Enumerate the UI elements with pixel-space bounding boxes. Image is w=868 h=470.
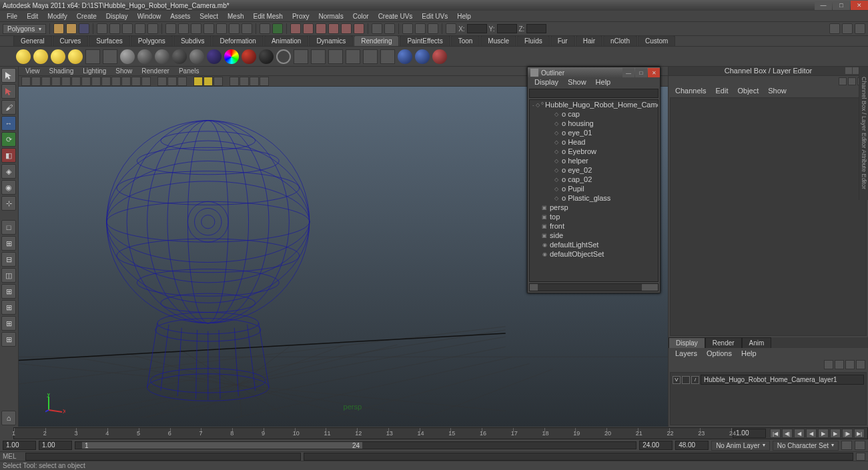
layer-color[interactable]: / xyxy=(691,376,699,384)
shelf-tab-hair[interactable]: Hair xyxy=(576,35,602,46)
menu-window[interactable]: Window xyxy=(133,12,165,21)
scroll-right-arrow-2[interactable] xyxy=(650,284,658,291)
layout-three[interactable]: ⊞ xyxy=(1,284,16,299)
render-1-icon[interactable] xyxy=(294,49,308,64)
shader-ramp-icon[interactable] xyxy=(189,49,204,64)
outliner-item[interactable]: ▣side xyxy=(530,231,658,240)
render-5-icon[interactable] xyxy=(363,49,378,64)
select-hier-icon[interactable] xyxy=(122,23,133,34)
render-view-icon[interactable] xyxy=(328,23,339,34)
next-key-button[interactable]: ▶ xyxy=(830,429,841,438)
close-button[interactable]: ✕ xyxy=(851,1,868,10)
shader-layered-icon[interactable] xyxy=(207,49,222,64)
shader-red-icon[interactable] xyxy=(242,49,256,64)
vp-menu-lighting[interactable]: Lighting xyxy=(79,67,110,75)
channel-menu-show[interactable]: Show xyxy=(764,87,791,96)
light-point-icon[interactable] xyxy=(16,49,31,64)
shelf-tab-dynamics[interactable]: Dynamics xyxy=(309,35,353,46)
vp-icon-10[interactable] xyxy=(111,77,121,86)
rewind-start-button[interactable]: |◀ xyxy=(770,429,781,438)
menu-display[interactable]: Display xyxy=(102,12,132,21)
snap-point-icon[interactable] xyxy=(191,23,201,34)
vp-icon-16[interactable] xyxy=(177,77,187,86)
vp-icon-18[interactable] xyxy=(203,77,213,86)
outliner-menu-display[interactable]: Display xyxy=(530,78,562,87)
outliner-hscroll[interactable] xyxy=(529,283,659,291)
set-icon[interactable] xyxy=(372,23,382,34)
vp-icon-4[interactable] xyxy=(51,77,61,86)
range-start-box[interactable]: 1.00 xyxy=(39,441,72,450)
select-obj-icon[interactable] xyxy=(135,23,145,34)
render-3-icon[interactable] xyxy=(328,49,343,64)
chn-hdr-icon-1[interactable] xyxy=(845,67,852,74)
vp-icon-6[interactable] xyxy=(71,77,81,86)
select-tool[interactable] xyxy=(1,68,16,83)
vp-menu-show[interactable]: Show xyxy=(111,67,136,75)
scroll-left-arrow[interactable] xyxy=(530,284,538,291)
layer-tab-anim[interactable]: Anim xyxy=(742,337,772,348)
layout-two-v[interactable]: ◫ xyxy=(1,268,16,283)
menu-edit[interactable]: Edit xyxy=(23,12,42,21)
start-time-box[interactable]: 1.00 xyxy=(3,441,36,450)
vp-icon-8[interactable] xyxy=(91,77,101,86)
y-input[interactable] xyxy=(497,24,517,33)
outliner-menu-help[interactable]: Help xyxy=(592,78,615,87)
fwd-end-button[interactable]: ▶| xyxy=(854,429,865,438)
outliner-item[interactable]: ◇o cap_02 xyxy=(530,175,658,184)
menu-edit-mesh[interactable]: Edit Mesh xyxy=(249,12,286,21)
outliner-item[interactable]: ▣front xyxy=(530,221,658,231)
outliner-item[interactable]: ◇o eye_02 xyxy=(530,165,658,175)
shelf-tab-muscle[interactable]: Muscle xyxy=(480,35,516,46)
shader-blinn-icon[interactable] xyxy=(137,49,152,64)
layer-tab-render[interactable]: Render xyxy=(705,337,742,348)
soft-tool[interactable]: ◉ xyxy=(1,180,16,195)
step-fwd-button[interactable]: |▶ xyxy=(842,429,853,438)
outliner-item[interactable]: ◇o Eyebrow xyxy=(530,147,658,156)
vp-icon-1[interactable] xyxy=(21,77,31,86)
vp-menu-renderer[interactable]: Renderer xyxy=(137,67,173,75)
shader-lambert-icon[interactable] xyxy=(120,49,135,64)
shelf-tab-rendering[interactable]: Rendering xyxy=(354,35,399,46)
layer-tab-display[interactable]: Display xyxy=(669,337,705,348)
vp-menu-shading[interactable]: Shading xyxy=(45,67,78,75)
channel-menu-object[interactable]: Object xyxy=(733,87,763,96)
layer-del-icon[interactable] xyxy=(845,360,855,369)
shelf-tab-painteffects[interactable]: PaintEffects xyxy=(400,35,450,46)
menu-edit-uvs[interactable]: Edit UVs xyxy=(418,12,452,21)
light-dir-icon[interactable] xyxy=(33,49,48,64)
menu-modify[interactable]: Modify xyxy=(43,12,71,21)
channel-menu-channels[interactable]: Channels xyxy=(671,87,710,96)
vp-icon-21[interactable] xyxy=(240,77,249,86)
time-slider[interactable]: 123456789101112131415161718192021222324 … xyxy=(13,427,868,439)
shelf-tab-general[interactable]: General xyxy=(13,35,52,46)
shader-black-icon[interactable] xyxy=(259,49,274,64)
sidebar-toggle-2-icon[interactable] xyxy=(842,23,853,34)
vp-icon-22[interactable] xyxy=(250,77,259,86)
shelf-tab-custom[interactable]: Custom xyxy=(638,35,675,46)
mode-dropdown[interactable]: Polygons xyxy=(3,24,46,34)
outliner-item[interactable]: ◇o helper xyxy=(530,156,658,165)
new-scene-icon[interactable] xyxy=(53,23,64,34)
play-fwd-button[interactable]: ▶ xyxy=(818,429,829,438)
vp-icon-12[interactable] xyxy=(131,77,141,86)
layer-menu-help[interactable]: Help xyxy=(737,349,761,357)
snap-plane-icon[interactable] xyxy=(203,23,214,34)
chn-icon-b[interactable] xyxy=(848,77,856,85)
vp-icon-20[interactable] xyxy=(230,77,239,86)
menu-mesh[interactable]: Mesh xyxy=(224,12,248,21)
char-set-dropdown[interactable]: No Character Set xyxy=(773,441,839,451)
paint-tool[interactable]: 🖌 xyxy=(1,100,16,115)
snap-curve-icon[interactable] xyxy=(178,23,189,34)
autokey-button[interactable] xyxy=(841,441,852,450)
light-spot-icon[interactable] xyxy=(51,49,65,64)
redo-icon[interactable] xyxy=(109,23,120,34)
misc-icon-3[interactable] xyxy=(428,23,438,34)
layer-new-icon[interactable] xyxy=(824,360,833,369)
misc-icon-2[interactable] xyxy=(415,23,426,34)
history-icon[interactable] xyxy=(260,23,270,34)
vp-icon-23[interactable] xyxy=(260,77,269,86)
shader-aniso-icon[interactable] xyxy=(172,49,187,64)
range-end-box[interactable]: 24.00 xyxy=(639,441,673,450)
menu-color[interactable]: Color xyxy=(349,12,373,21)
shelf-tab-ncloth[interactable]: nCloth xyxy=(603,35,637,46)
